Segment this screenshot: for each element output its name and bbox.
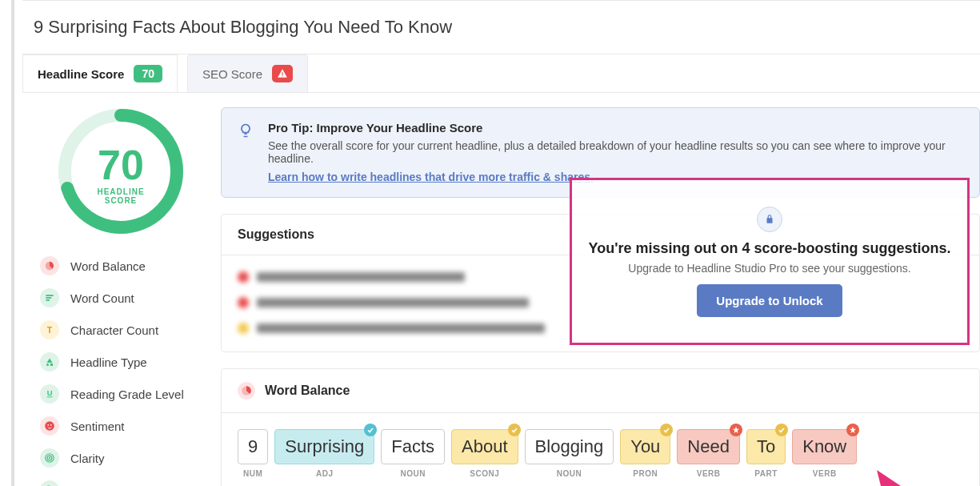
word-token: ToPART [746,429,786,478]
svg-marker-21 [850,427,856,433]
svg-marker-7 [47,359,53,363]
nav-label: Character Count [70,323,158,337]
word-token: 9NUM [238,429,268,478]
overlay-sub: Upgrade to Headline Studio Pro to see yo… [628,262,910,275]
lightbulb-icon [238,123,254,184]
nav-label: Clarity [70,452,105,465]
type-icon: T [40,320,59,339]
pos-label: NOUN [400,469,425,478]
suggestions-card: Suggestions You're missing out on 4 scor… [221,214,980,352]
wb-title: Word Balance [265,384,350,398]
nav-label: Word Balance [70,259,146,273]
pos-label: SCONJ [470,469,499,478]
word-token: BloggingNOUN [525,429,614,478]
chart-icon [238,382,255,400]
headline-score-badge: 70 [134,65,162,82]
sidebar-item-reading-grade-level[interactable]: UReading Grade Level [37,380,205,408]
sidebar-item-sentiment[interactable]: Sentiment [37,412,205,440]
overlay-headline: You're missing out on 4 score-boosting s… [589,240,951,257]
lines-icon [40,288,59,307]
words-row: 9NUMSurprisingADJFactsNOUNAboutSCONJBlog… [238,429,963,478]
svg-point-8 [46,363,49,366]
headline-text: 9 Surprising Facts About Blogging You Ne… [34,17,969,38]
svg-marker-20 [733,427,739,433]
word-box: Surprising [274,429,374,464]
svg-point-13 [50,424,52,426]
upgrade-button[interactable]: Upgrade to Unlock [697,284,842,317]
pos-label: NUM [243,469,262,478]
svg-text:T: T [47,325,53,335]
svg-point-11 [45,421,54,431]
nav-label: Headline Type [70,355,147,369]
score-donut: 70 HEADLINESCORE [57,107,185,235]
word-box: Need [677,429,740,464]
chart-icon [40,256,59,275]
tab-seo-score[interactable]: SEO Score [187,54,308,92]
word-box: To [746,429,786,464]
word-token: SurprisingADJ [274,429,374,478]
pos-label: ADJ [316,469,334,478]
protip-text: See the overall score for your current h… [268,139,963,165]
word-box: Blogging [525,429,614,464]
tab-headline-score[interactable]: Headline Score 70 [22,54,178,92]
pos-label: PART [754,469,777,478]
underline-icon: U [40,384,59,404]
word-box: Facts [381,429,445,464]
word-box: About [451,429,518,464]
pos-label: NOUN [557,469,582,478]
sidebar-item-clarity[interactable]: Clarity [37,444,205,472]
word-token: FactsNOUN [381,429,445,478]
smile-icon [40,416,59,436]
word-token: NeedVERB [677,429,740,478]
search-icon [40,480,59,486]
sidebar-item-word-balance[interactable]: Word Balance [37,251,205,280]
nav-label: Skimmability [70,484,138,487]
sidebar-nav: Word BalanceWord CountTCharacter CountHe… [37,251,205,486]
headline-bar: 9 Surprising Facts About Blogging You Ne… [22,0,980,54]
target-icon [40,448,59,468]
word-token: YouPRON [620,429,670,478]
word-balance-header: Word Balance [222,369,979,413]
alert-icon [272,65,293,82]
svg-rect-9 [50,363,53,366]
donut-score: 70 [57,141,185,189]
protip-link[interactable]: Learn how to write headlines that drive … [268,171,594,183]
word-box: You [620,429,670,464]
svg-point-12 [47,424,49,426]
shapes-icon [40,352,59,372]
nav-label: Reading Grade Level [70,388,184,401]
score-tabs: Headline Score 70 SEO Score [22,54,980,93]
sidebar-item-headline-type[interactable]: Headline Type [37,347,205,376]
main-panel: Pro Tip: Improve Your Headline Score See… [221,107,980,486]
word-box: Know [792,429,857,464]
nav-label: Word Count [70,291,134,305]
pos-label: VERB [813,469,837,478]
svg-text:U: U [47,389,53,397]
word-token: AboutSCONJ [451,429,518,478]
word-token: KnowVERB [792,429,857,478]
sidebar-item-character-count[interactable]: TCharacter Count [37,315,205,344]
protip-title: Pro Tip: Improve Your Headline Score [268,121,963,135]
tab-label: Headline Score [38,67,124,81]
svg-point-16 [49,457,50,458]
sidebar-item-skimmability[interactable]: Skimmability [37,476,205,486]
sidebar-item-word-count[interactable]: Word Count [37,283,205,312]
pos-label: VERB [697,469,721,478]
nav-label: Sentiment [70,420,125,433]
lock-icon [757,207,782,232]
sidebar: 70 HEADLINESCORE Word BalanceWord CountT… [37,107,205,486]
donut-label: HEADLINESCORE [57,187,185,205]
word-balance-card: Word Balance 9NUMSurprisingADJFactsNOUNA… [221,368,980,486]
tab-label: SEO Score [202,67,262,81]
word-box: 9 [238,429,268,464]
pos-label: PRON [633,469,658,478]
upgrade-overlay: You're missing out on 4 score-boosting s… [570,178,970,345]
